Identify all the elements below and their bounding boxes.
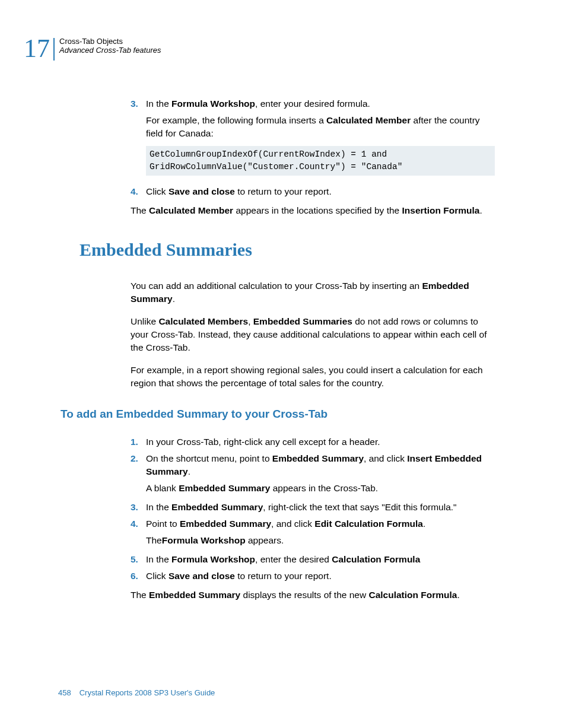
step-text: In your Cross-Tab, right-click any cell … bbox=[146, 435, 495, 449]
step-4-sub: TheFormula Workshop appears. bbox=[146, 534, 495, 547]
step-number: 1. bbox=[131, 435, 146, 449]
text: to return to your report. bbox=[235, 186, 332, 196]
step-number: 2. bbox=[131, 452, 146, 478]
paragraph: The Calculated Member appears in the loc… bbox=[131, 204, 495, 217]
step-1: 1. In your Cross-Tab, right-click any ce… bbox=[131, 435, 495, 449]
paragraph: The Embedded Summary displays the result… bbox=[131, 589, 495, 602]
footer-title: Crystal Reports 2008 SP3 User's Guide bbox=[80, 688, 215, 697]
text: . bbox=[188, 466, 190, 476]
page-header: 17 Cross-Tab Objects Advanced Cross-Tab … bbox=[24, 36, 495, 62]
bold-text: Calculated Member bbox=[326, 115, 411, 125]
bold-text: Insertion Formula bbox=[402, 205, 480, 215]
text: . bbox=[457, 590, 459, 600]
step-4b: 4. Point to Embedded Summary, and click … bbox=[131, 517, 495, 530]
text: The bbox=[131, 590, 149, 600]
text: In the bbox=[146, 554, 171, 564]
step-number: 4. bbox=[131, 517, 146, 530]
bold-text: Formula Workshop bbox=[171, 98, 255, 109]
text: appears in the Cross-Tab. bbox=[270, 483, 378, 493]
step-text: In the Formula Workshop, enter the desir… bbox=[146, 553, 495, 566]
header-text: Cross-Tab Objects Advanced Cross-Tab fea… bbox=[59, 36, 161, 55]
heading-embedded-summaries: Embedded Summaries bbox=[80, 237, 495, 263]
bold-text: Calculation Formula bbox=[368, 590, 457, 600]
text: On the shortcut menu, point to bbox=[146, 453, 272, 463]
page-number: 458 bbox=[58, 688, 71, 697]
text: to return to your report. bbox=[235, 571, 332, 581]
step-text: Point to Embedded Summary, and click Edi… bbox=[146, 517, 495, 530]
bold-text: Formula Workshop bbox=[162, 535, 246, 545]
chapter-number: 17 bbox=[24, 36, 53, 62]
heading-to-add-embedded-summary: To add an Embedded Summary to your Cross… bbox=[61, 406, 495, 422]
text: , bbox=[248, 316, 253, 326]
bold-text: Embedded Summary bbox=[179, 483, 270, 493]
text: appears. bbox=[246, 535, 284, 545]
bold-text: Save and close bbox=[168, 571, 235, 581]
bold-text: Calculated Member bbox=[149, 205, 233, 215]
paragraph: You can add an additional calculation to… bbox=[131, 279, 495, 306]
text: Click bbox=[146, 186, 168, 196]
step-2: 2. On the shortcut menu, point to Embedd… bbox=[131, 452, 495, 478]
header-subtitle: Advanced Cross-Tab features bbox=[59, 46, 161, 55]
bold-text: Embedded Summary bbox=[272, 453, 364, 463]
text: , and click bbox=[364, 453, 407, 463]
text: appears in the locations specified by th… bbox=[233, 205, 402, 215]
text: displays the results of the new bbox=[240, 590, 368, 600]
code-block: GetColumnGroupIndexOf(CurrentRowIndex) =… bbox=[146, 146, 495, 176]
page-footer: 458Crystal Reports 2008 SP3 User's Guide bbox=[58, 688, 215, 697]
text: , and click bbox=[271, 519, 314, 529]
text: . bbox=[479, 205, 482, 215]
header-divider bbox=[53, 38, 55, 61]
step-4: 4. Click Save and close to return to you… bbox=[131, 185, 495, 198]
bold-text: Embedded Summaries bbox=[253, 316, 352, 326]
text: , right-click the text that says "Edit t… bbox=[263, 502, 456, 512]
step-text: On the shortcut menu, point to Embedded … bbox=[146, 452, 495, 478]
text: The bbox=[146, 535, 162, 545]
bold-text: Edit Calculation Formula bbox=[314, 519, 423, 529]
text: . bbox=[423, 519, 425, 529]
step-number: 5. bbox=[131, 553, 146, 566]
step-2-sub: A blank Embedded Summary appears in the … bbox=[146, 482, 495, 495]
text: . bbox=[173, 294, 175, 304]
step-5: 5. In the Formula Workshop, enter the de… bbox=[131, 553, 495, 566]
text: In the bbox=[146, 98, 171, 109]
text: The bbox=[131, 205, 149, 215]
bold-text: Calculated Members bbox=[158, 316, 248, 326]
paragraph: Unlike Calculated Members, Embedded Summ… bbox=[131, 315, 495, 354]
bold-text: Embedded Summary bbox=[171, 502, 263, 512]
step-text: Click Save and close to return to your r… bbox=[146, 570, 495, 583]
paragraph: For example, in a report showing regiona… bbox=[131, 364, 495, 390]
text: , enter the desired bbox=[255, 554, 332, 564]
step-number: 3. bbox=[131, 501, 146, 514]
step-3: 3. In the Formula Workshop, enter your d… bbox=[131, 97, 495, 110]
text: You can add an additional calculation to… bbox=[131, 281, 422, 291]
step-6: 6. Click Save and close to return to you… bbox=[131, 570, 495, 583]
step-number: 4. bbox=[131, 185, 146, 198]
text: Click bbox=[146, 571, 168, 581]
text: , enter your desired formula. bbox=[255, 98, 370, 109]
bold-text: Embedded Summary bbox=[180, 519, 271, 529]
step-text: In the Formula Workshop, enter your desi… bbox=[146, 97, 495, 110]
bold-text: Calculation Formula bbox=[332, 554, 420, 564]
step-text: Click Save and close to return to your r… bbox=[146, 185, 495, 198]
bold-text: Formula Workshop bbox=[171, 554, 255, 564]
step-3-sub: For example, the following formula inser… bbox=[146, 114, 495, 140]
text: A blank bbox=[146, 483, 179, 493]
header-title: Cross-Tab Objects bbox=[59, 37, 161, 46]
main-content: 3. In the Formula Workshop, enter your d… bbox=[131, 97, 495, 602]
text: In the bbox=[146, 502, 171, 512]
step-number: 3. bbox=[131, 97, 146, 110]
bold-text: Embedded Summary bbox=[149, 590, 240, 600]
text: For example, the following formula inser… bbox=[146, 115, 326, 125]
step-3b: 3. In the Embedded Summary, right-click … bbox=[131, 501, 495, 514]
text: Unlike bbox=[131, 316, 158, 326]
bold-text: Save and close bbox=[168, 186, 235, 196]
step-number: 6. bbox=[131, 570, 146, 583]
step-text: In the Embedded Summary, right-click the… bbox=[146, 501, 495, 514]
text: Point to bbox=[146, 519, 180, 529]
